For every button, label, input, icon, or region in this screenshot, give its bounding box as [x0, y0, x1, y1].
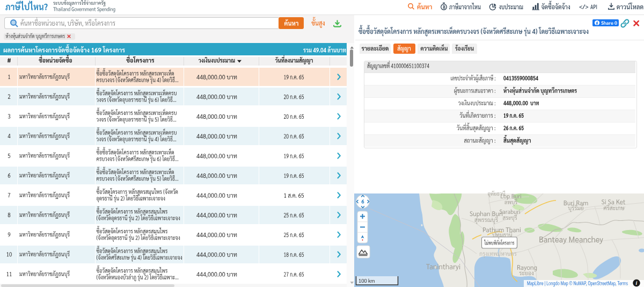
svg-text:i: i [636, 280, 638, 286]
